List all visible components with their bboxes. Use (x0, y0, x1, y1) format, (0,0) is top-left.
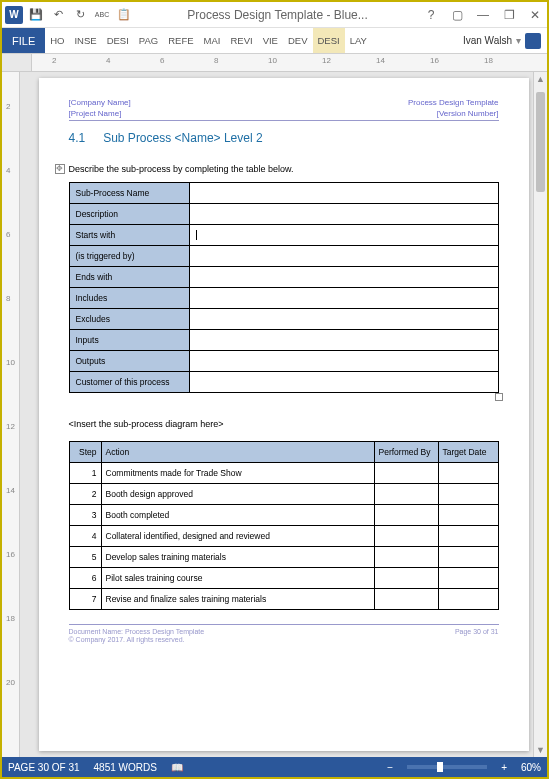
proc-row-value[interactable] (189, 351, 498, 372)
step-number: 7 (69, 589, 101, 610)
scroll-thumb[interactable] (536, 92, 545, 192)
tab-insert[interactable]: INSE (69, 28, 101, 53)
window-buttons: ? ▢ — ❐ ✕ (421, 5, 545, 25)
ruler-tick: 16 (6, 550, 15, 559)
table-row[interactable]: Sub-Process Name (69, 182, 498, 203)
scroll-up-arrow-icon[interactable]: ▲ (534, 72, 547, 86)
ribbon-display-button[interactable]: ▢ (447, 5, 467, 25)
status-word-count[interactable]: 4851 WORDS (94, 762, 157, 773)
proofing-icon[interactable]: 📖 (171, 762, 183, 773)
footer-copyright: © Company 2017. All rights reserved. (69, 636, 205, 643)
tab-developer[interactable]: DEV (283, 28, 313, 53)
table-move-handle-icon[interactable]: ✥ (55, 164, 65, 174)
tab-design[interactable]: DESI (102, 28, 134, 53)
proc-row-value[interactable] (189, 330, 498, 351)
table-row[interactable]: Inputs (69, 330, 498, 351)
proc-row-value[interactable] (189, 182, 498, 203)
proc-row-value[interactable] (189, 372, 498, 393)
zoom-in-button[interactable]: + (501, 762, 507, 773)
step-performed-by[interactable] (374, 568, 438, 589)
step-performed-by[interactable] (374, 484, 438, 505)
save-button[interactable]: 💾 (26, 5, 46, 25)
user-area[interactable]: Ivan Walsh ▾ (463, 33, 547, 49)
paste-button[interactable]: 📋 (114, 5, 134, 25)
zoom-level[interactable]: 60% (521, 762, 541, 773)
ruler-tick: 10 (268, 56, 277, 65)
step-performed-by[interactable] (374, 526, 438, 547)
zoom-out-button[interactable]: − (387, 762, 393, 773)
step-performed-by[interactable] (374, 547, 438, 568)
word-app-icon[interactable]: W (4, 5, 24, 25)
close-button[interactable]: ✕ (525, 5, 545, 25)
table-resize-handle-icon[interactable] (495, 393, 503, 401)
step-number: 5 (69, 547, 101, 568)
undo-button[interactable]: ↶ (48, 5, 68, 25)
table-row[interactable]: 2Booth design approved (69, 484, 498, 505)
step-performed-by[interactable] (374, 505, 438, 526)
step-target-date[interactable] (438, 547, 498, 568)
zoom-slider[interactable] (407, 765, 487, 769)
proc-row-value[interactable] (189, 288, 498, 309)
proc-row-value[interactable] (189, 203, 498, 224)
steps-table[interactable]: Step Action Performed By Target Date 1Co… (69, 441, 499, 610)
step-target-date[interactable] (438, 484, 498, 505)
proc-row-value[interactable] (189, 309, 498, 330)
proc-row-value[interactable] (189, 246, 498, 267)
table-row[interactable]: 3Booth completed (69, 505, 498, 526)
step-target-date[interactable] (438, 505, 498, 526)
status-bar: PAGE 30 OF 31 4851 WORDS 📖 − + 60% (2, 757, 547, 777)
redo-button[interactable]: ↻ (70, 5, 90, 25)
tab-mailings[interactable]: MAI (199, 28, 226, 53)
step-performed-by[interactable] (374, 589, 438, 610)
file-tab[interactable]: FILE (2, 28, 45, 53)
restore-button[interactable]: ❐ (499, 5, 519, 25)
scroll-down-arrow-icon[interactable]: ▼ (534, 743, 547, 757)
tab-references[interactable]: REFE (163, 28, 198, 53)
table-row[interactable]: 5Develop sales training materials (69, 547, 498, 568)
footer-page: Page 30 of 31 (455, 628, 499, 643)
proc-row-value[interactable] (189, 267, 498, 288)
table-row[interactable]: 7Revise and finalize sales training mate… (69, 589, 498, 610)
performed-by-header: Performed By (374, 442, 438, 463)
tab-review[interactable]: REVI (225, 28, 257, 53)
document-page[interactable]: [Company Name] [Project Name] Process De… (39, 78, 529, 751)
table-row[interactable]: Customer of this process (69, 372, 498, 393)
sub-process-table[interactable]: Sub-Process NameDescriptionStarts with(i… (69, 182, 499, 394)
vertical-scrollbar[interactable]: ▲ ▼ (533, 72, 547, 757)
vertical-ruler[interactable]: 2468101214161820 (2, 72, 20, 757)
table-row[interactable]: Includes (69, 288, 498, 309)
minimize-button[interactable]: — (473, 5, 493, 25)
ruler-tick: 8 (6, 294, 10, 303)
tab-table-layout[interactable]: LAY (345, 28, 372, 53)
tab-table-design[interactable]: DESI (313, 28, 345, 53)
spellcheck-button[interactable]: ABC (92, 5, 112, 25)
step-target-date[interactable] (438, 463, 498, 484)
user-name: Ivan Walsh (463, 35, 512, 46)
table-row[interactable]: Ends with (69, 267, 498, 288)
tab-view[interactable]: VIE (258, 28, 283, 53)
table-row[interactable]: Starts with (69, 224, 498, 246)
step-action: Collateral identified, designed and revi… (101, 526, 374, 547)
ruler-tick: 2 (52, 56, 56, 65)
table-row[interactable]: 6Pilot sales training course (69, 568, 498, 589)
help-button[interactable]: ? (421, 5, 441, 25)
tab-home[interactable]: HO (45, 28, 69, 53)
tab-page-layout[interactable]: PAG (134, 28, 163, 53)
step-target-date[interactable] (438, 526, 498, 547)
step-target-date[interactable] (438, 568, 498, 589)
table-row[interactable]: Excludes (69, 309, 498, 330)
horizontal-ruler[interactable]: 24681012141618 (2, 54, 547, 72)
table-row[interactable]: 4Collateral identified, designed and rev… (69, 526, 498, 547)
table-row[interactable]: Outputs (69, 351, 498, 372)
table-row[interactable]: 1Commitments made for Trade Show (69, 463, 498, 484)
table-row[interactable]: (is triggered by) (69, 246, 498, 267)
proc-row-label: Inputs (69, 330, 189, 351)
proc-row-value[interactable] (189, 224, 498, 246)
ruler-tick: 12 (322, 56, 331, 65)
step-target-date[interactable] (438, 589, 498, 610)
proc-row-label: Outputs (69, 351, 189, 372)
step-action: Booth design approved (101, 484, 374, 505)
table-row[interactable]: Description (69, 203, 498, 224)
status-page[interactable]: PAGE 30 OF 31 (8, 762, 80, 773)
step-performed-by[interactable] (374, 463, 438, 484)
